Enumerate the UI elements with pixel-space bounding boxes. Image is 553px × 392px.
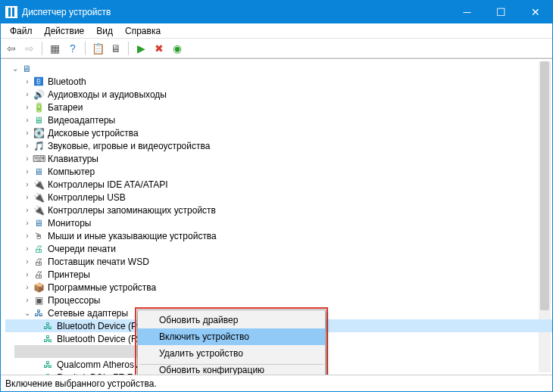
expander-icon[interactable]: ›: [22, 116, 33, 124]
expander-icon[interactable]: ›: [22, 103, 33, 111]
tree-category[interactable]: ›🖥Видеоадаптеры: [5, 114, 552, 126]
back-button[interactable]: ⇦: [4, 41, 19, 56]
ctx-update-driver[interactable]: Обновить драйвер: [138, 312, 325, 328]
show-tree-button[interactable]: ▦: [47, 41, 62, 56]
category-icon: 🖥: [33, 166, 45, 178]
tree-category[interactable]: ›🔌Контроллеры USB: [5, 191, 552, 204]
ctx-label: Обновить драйвер: [159, 315, 238, 325]
category-icon: 🅱: [33, 76, 45, 88]
category-icon: 🖥: [33, 114, 45, 126]
category-label: Клавиатуры: [48, 154, 98, 164]
enable-button[interactable]: ◉: [170, 41, 185, 56]
menubar: Файл Действие Вид Справка: [1, 23, 552, 39]
minimize-button[interactable]: ─: [450, 1, 484, 23]
ctx-label: Обновить конфигурацию оборудования: [159, 365, 311, 375]
category-label: Батареи: [48, 102, 83, 113]
category-icon: 🖱: [33, 230, 45, 242]
expander-icon[interactable]: ›: [22, 206, 33, 214]
help-button[interactable]: ?: [65, 41, 80, 56]
category-label: Звуковые, игровые и видеоустройства: [48, 141, 210, 151]
expander-icon[interactable]: ⌄: [10, 64, 20, 73]
menu-help[interactable]: Справка: [119, 24, 167, 38]
expander-icon[interactable]: ›: [22, 180, 33, 188]
tree-root[interactable]: ⌄ 🖥: [5, 62, 552, 75]
category-icon: 🎵: [33, 140, 45, 152]
window-title: Диспетчер устройств: [22, 7, 450, 17]
properties-button[interactable]: 📋: [90, 41, 105, 56]
category-icon: 🔊: [33, 89, 45, 101]
tree-category[interactable]: ›🅱Bluetooth: [5, 75, 552, 88]
tree-category[interactable]: ›🖨Очереди печати: [5, 242, 552, 255]
tree-category[interactable]: ›🖨Принтеры: [5, 268, 552, 281]
window-controls: ─ ☐ ✕: [450, 1, 552, 23]
category-icon: ▣: [33, 294, 45, 306]
category-label: Сетевые адаптеры: [48, 308, 128, 319]
category-label: Мониторы: [48, 218, 91, 229]
category-icon: ⌨: [33, 153, 45, 165]
uninstall-button[interactable]: ✖: [152, 41, 167, 56]
tree-category[interactable]: ›💽Дисковые устройства: [5, 126, 552, 139]
category-icon: 🔌: [33, 179, 45, 191]
category-icon: 🔌: [33, 191, 45, 204]
adapter-icon: 🖧: [42, 372, 54, 375]
expander-icon[interactable]: ›: [22, 167, 33, 176]
tree-category[interactable]: ›🎵Звуковые, игровые и видеоустройства: [5, 139, 552, 152]
expander-icon[interactable]: ›: [22, 154, 33, 163]
category-label: Компьютер: [48, 166, 95, 177]
expander-icon[interactable]: ›: [22, 270, 33, 278]
menu-file[interactable]: Файл: [4, 24, 39, 38]
category-label: Bluetooth: [48, 76, 86, 87]
status-text: Включение выбранного устройства.: [5, 378, 157, 389]
menu-view[interactable]: Вид: [90, 24, 119, 38]
ctx-delete-device[interactable]: Удалить устройство: [138, 345, 325, 362]
expander-icon[interactable]: ›: [22, 129, 33, 137]
expander-icon[interactable]: ›: [22, 142, 33, 150]
category-icon: 🔌: [33, 204, 45, 216]
context-menu: Обновить драйвер Включить устройство Уда…: [137, 310, 326, 375]
tree-category[interactable]: ›🖥Компьютер: [5, 165, 552, 178]
toolbar: ⇦ ⇨ ▦ ? 📋 🖥 ▶ ✖ ◉: [1, 39, 552, 58]
category-label: Очереди печати: [48, 244, 116, 254]
tree-category[interactable]: ›▣Процессоры: [5, 294, 552, 306]
statusbar: Включение выбранного устройства.: [1, 375, 552, 391]
category-icon: 🖥: [33, 217, 45, 229]
tree-category[interactable]: ›🔌Контроллеры запоминающих устройств: [5, 204, 552, 216]
scan-hardware-button[interactable]: 🖥: [108, 41, 123, 56]
tree-category[interactable]: ›📦Программные устройства: [5, 281, 552, 294]
forward-button[interactable]: ⇨: [22, 41, 37, 56]
category-label: Видеоадаптеры: [48, 115, 115, 126]
category-icon: 📦: [33, 282, 45, 294]
expander-icon[interactable]: ›: [22, 257, 33, 266]
tree-category[interactable]: ›🖨Поставщик печати WSD: [5, 255, 552, 268]
expander-icon[interactable]: ›: [22, 90, 33, 98]
category-icon: 🔋: [33, 101, 45, 114]
expander-icon[interactable]: ›: [22, 77, 33, 86]
expander-icon[interactable]: ›: [22, 232, 33, 240]
tree-category[interactable]: ›🔊Аудиовходы и аудиовыходы: [5, 88, 552, 101]
expander-icon[interactable]: ›: [22, 219, 33, 227]
expander-icon[interactable]: ⌄: [22, 309, 33, 317]
update-driver-button[interactable]: ▶: [133, 41, 148, 56]
expander-icon[interactable]: ›: [22, 283, 33, 291]
device-tree[interactable]: ⌄ 🖥 ›🅱Bluetooth›🔊Аудиовходы и аудиовыход…: [1, 58, 552, 375]
device-label: [51, 347, 53, 357]
category-label: Аудиовходы и аудиовыходы: [48, 89, 167, 100]
expander-icon[interactable]: ›: [22, 296, 33, 304]
ctx-scan-hardware[interactable]: Обновить конфигурацию оборудования: [138, 367, 325, 375]
tree-category[interactable]: ›🖱Мыши и иные указывающие устройства: [5, 229, 552, 242]
tree-category[interactable]: ›🔋Батареи: [5, 101, 552, 114]
network-icon: 🖧: [33, 307, 45, 319]
tree-category[interactable]: ›⌨Клавиатуры: [5, 152, 552, 165]
expander-icon[interactable]: ›: [22, 193, 33, 201]
menu-action[interactable]: Действие: [39, 24, 91, 38]
tree-category[interactable]: ›🔌Контроллеры IDE ATA/ATAPI: [5, 178, 552, 191]
scroll-thumb[interactable]: [540, 61, 549, 310]
close-button[interactable]: ✕: [518, 1, 552, 23]
category-label: Мыши и иные указывающие устройства: [48, 231, 217, 241]
ctx-enable-device[interactable]: Включить устройство: [138, 328, 325, 345]
tree-category[interactable]: ›🖥Мониторы: [5, 216, 552, 229]
app-icon: [5, 6, 17, 18]
maximize-button[interactable]: ☐: [484, 1, 518, 23]
adapter-icon: 🖧: [42, 320, 54, 332]
expander-icon[interactable]: ›: [22, 244, 33, 253]
